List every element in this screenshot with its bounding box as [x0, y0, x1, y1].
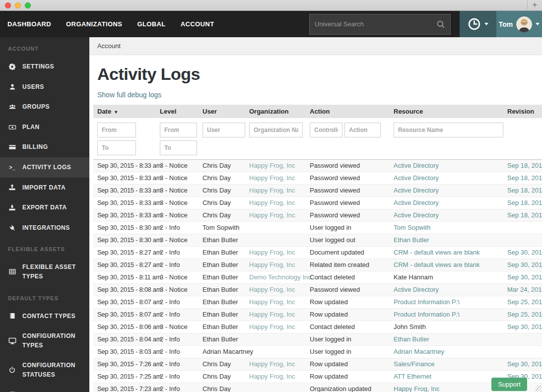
- cell-resource[interactable]: Active Directory: [390, 160, 503, 172]
- column-header-resource[interactable]: Resource: [390, 108, 503, 115]
- cell-resource[interactable]: Ethan Butler: [390, 234, 503, 246]
- cell-revision[interactable]: Sep 18, 2015: [503, 160, 542, 172]
- cell-organization[interactable]: Happy Frog, Inc: [245, 209, 306, 221]
- resize-handle[interactable]: [536, 386, 542, 392]
- filter-resource-input[interactable]: [394, 123, 503, 137]
- cell-resource[interactable]: CRM - default views are blank: [390, 259, 503, 271]
- cell-revision[interactable]: Sep 30, 2015: [503, 247, 542, 259]
- cell-revision[interactable]: Sep 30, 2015: [503, 271, 542, 283]
- new-tab-button[interactable]: +: [527, 0, 542, 11]
- cell-user: Chris Day: [199, 172, 245, 184]
- cell-resource[interactable]: Sales/Finance: [390, 358, 503, 370]
- filter-rows: [93, 118, 542, 160]
- filter-date-to-input[interactable]: [97, 140, 136, 155]
- filter-user-input[interactable]: [203, 123, 245, 137]
- sidebar-item-configuration-types[interactable]: CONFIGURATION TYPES: [0, 326, 89, 355]
- avatar: [516, 16, 532, 32]
- column-header-level[interactable]: Level: [156, 108, 199, 115]
- column-header-action[interactable]: Action: [306, 108, 390, 115]
- cell-resource[interactable]: Tom Sopwith: [390, 222, 503, 234]
- nav-item-dashboard[interactable]: DASHBOARD: [0, 11, 59, 37]
- cell-revision[interactable]: Sep 18, 2015: [503, 185, 542, 196]
- column-header-revision[interactable]: Revision: [503, 108, 542, 115]
- sidebar-item-plan[interactable]: PLAN: [0, 117, 89, 137]
- cell-revision[interactable]: Sep 25, 2015: [503, 309, 542, 321]
- sidebar-item-activity-logs[interactable]: >_ACTIVITY LOGS: [0, 157, 89, 178]
- cell-organization[interactable]: Demo Technology Inc.: [245, 271, 306, 283]
- cell-revision[interactable]: Sep 18, 2015: [503, 172, 542, 184]
- sidebar-item-flexible-asset-types[interactable]: FLEXIBLE ASSET TYPES: [0, 257, 89, 286]
- sidebar-section-title: FLEXIBLE ASSETS: [0, 238, 89, 257]
- cell-resource[interactable]: Active Directory: [390, 284, 503, 296]
- sidebar-item-billing[interactable]: BILLING: [0, 137, 89, 157]
- cell-revision[interactable]: Mar 24, 2015: [503, 284, 542, 296]
- cell-resource[interactable]: Happy Frog, Inc: [390, 383, 503, 392]
- support-button[interactable]: Support: [491, 378, 527, 391]
- cell-resource[interactable]: Adrian Macartney: [390, 346, 503, 358]
- nav-item-organizations[interactable]: ORGANIZATIONS: [59, 11, 130, 37]
- cell-resource[interactable]: Active Directory: [390, 197, 503, 209]
- sidebar-item-configuration-statuses[interactable]: CONFIGURATION STATUSES: [0, 355, 89, 385]
- cell-revision[interactable]: Sep 30, 2015: [503, 259, 542, 271]
- cell-organization[interactable]: Happy Frog, Inc: [245, 358, 306, 370]
- column-header-user[interactable]: User: [199, 108, 245, 115]
- filter-action-input[interactable]: [344, 123, 381, 137]
- table-row: Sep 30, 2015 - 7:23 am2 - InfoChris DayO…: [93, 383, 542, 392]
- table-row: Sep 30, 2015 - 8:11 am3 - NoticeEthan Bu…: [93, 271, 542, 284]
- cell-organization[interactable]: Happy Frog, Inc: [245, 247, 306, 259]
- cell-organization[interactable]: Happy Frog, Inc: [245, 296, 306, 308]
- cell-organization[interactable]: Happy Frog, Inc: [245, 309, 306, 321]
- nav-item-account[interactable]: ACCOUNT: [173, 11, 222, 37]
- cell-resource[interactable]: Product Information P:\: [390, 296, 503, 308]
- search-input[interactable]: [315, 20, 436, 28]
- sidebar-item-manufacturers[interactable]: MANUFACTURERS: [0, 385, 89, 392]
- sidebar-item-import-data[interactable]: IMPORT DATA: [0, 178, 89, 198]
- filter-date-from-input[interactable]: [97, 123, 136, 137]
- cell-organization[interactable]: Happy Frog, Inc: [245, 172, 306, 184]
- cell-resource[interactable]: Product Information P:\: [390, 309, 503, 321]
- breadcrumb[interactable]: Account: [97, 42, 121, 50]
- filter-level-from-input[interactable]: [160, 123, 197, 137]
- nav-item-global[interactable]: GLOBAL: [130, 11, 173, 37]
- filter-level-to-input[interactable]: [160, 140, 197, 155]
- cell-resource[interactable]: Active Directory: [390, 185, 503, 196]
- universal-search-box[interactable]: [309, 14, 451, 35]
- sidebar-item-settings[interactable]: SETTINGS: [0, 57, 89, 77]
- close-window-button[interactable]: [5, 2, 11, 8]
- sidebar-item-groups[interactable]: GROUPS: [0, 97, 89, 117]
- cell-revision[interactable]: Sep 18, 2015: [503, 197, 542, 209]
- cell-organization[interactable]: Happy Frog, Inc: [245, 185, 306, 196]
- filter-controller-input[interactable]: [310, 123, 342, 137]
- column-header-organization[interactable]: Organization: [245, 108, 306, 115]
- cell-resource[interactable]: CRM - default views are blank: [390, 247, 503, 259]
- cell-revision[interactable]: Sep 18, 2015: [503, 209, 542, 221]
- cell-resource[interactable]: Ethan Butler: [390, 333, 503, 345]
- sidebar-item-users[interactable]: USERS: [0, 77, 89, 97]
- cell-resource[interactable]: ATT Ethernet: [390, 371, 503, 383]
- cell-organization[interactable]: Happy Frog, Inc: [245, 197, 306, 209]
- column-header-date[interactable]: Date▼: [93, 108, 156, 115]
- sidebar-item-contact-types[interactable]: CONTACT TYPES: [0, 306, 89, 327]
- cell-organization[interactable]: Happy Frog, Inc: [245, 160, 306, 172]
- sidebar-item-integrations[interactable]: INTEGRATIONS: [0, 218, 89, 238]
- cell-revision[interactable]: Sep 30, 2015: [503, 358, 542, 370]
- cell-action: Password viewed: [306, 197, 390, 209]
- zoom-window-button[interactable]: [25, 2, 31, 8]
- cell-organization[interactable]: Happy Frog, Inc: [245, 321, 306, 333]
- cell-revision: [503, 346, 542, 358]
- recent-items-menu[interactable]: [460, 11, 496, 37]
- cell-level: 3 - Notice: [156, 284, 199, 296]
- cell-organization[interactable]: Happy Frog, Inc: [245, 259, 306, 271]
- cell-organization[interactable]: Happy Frog, Inc: [245, 371, 306, 383]
- show-debug-logs-link[interactable]: Show full debug logs: [97, 91, 161, 99]
- cell-resource[interactable]: Active Directory: [390, 209, 503, 221]
- cell-revision[interactable]: Sep 30, 2015: [503, 321, 542, 333]
- user-menu[interactable]: Tom: [496, 11, 542, 37]
- sidebar-item-label: CONFIGURATION STATUSES: [22, 361, 81, 379]
- sidebar-item-export-data[interactable]: EXPORT DATA: [0, 197, 89, 218]
- cell-revision[interactable]: Sep 25, 2015: [503, 296, 542, 308]
- minimize-window-button[interactable]: [15, 2, 21, 8]
- cell-organization[interactable]: Happy Frog, Inc: [245, 284, 306, 296]
- cell-resource[interactable]: Active Directory: [390, 172, 503, 184]
- filter-organization-input[interactable]: [249, 123, 303, 137]
